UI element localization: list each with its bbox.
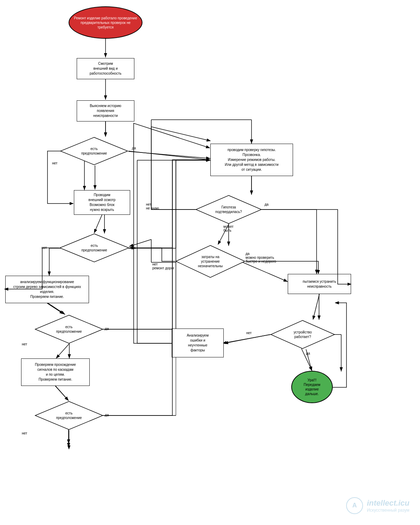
label-da7: да <box>105 413 109 417</box>
end-node: Ура!!!Передаемизделиедальше. <box>291 371 333 403</box>
diamond-costs-label: затраты наустранениенезначительны <box>198 255 223 268</box>
diamond-confirmed-label: Гипотезаподтвердилась? <box>215 205 242 214</box>
svg-line-53 <box>128 151 210 160</box>
diamond-hypothesis5-label: естьпредположение <box>56 325 82 334</box>
svg-line-55 <box>94 215 102 233</box>
rect-external: Проводимвнешний осмотрВозможно блокнужно… <box>74 190 130 215</box>
label-net7: нет <box>22 431 27 435</box>
svg-line-32 <box>222 335 271 343</box>
diamond-works-label: устройствоработает? <box>294 330 312 339</box>
rect-signals-label: Проверяем прохождениесигналов по каскада… <box>35 362 76 382</box>
svg-line-36 <box>55 386 69 401</box>
diamond-hypothesis5: естьпредположение <box>34 314 103 344</box>
svg-line-59 <box>56 344 69 358</box>
rect-look: Смотримвнешний вид иработоспособность <box>77 58 134 79</box>
label-da5: да <box>105 327 109 331</box>
diamond-hypothesis7-label: естьпредположение <box>56 411 82 420</box>
svg-line-57 <box>47 303 63 314</box>
label-net-neznayu: нетне знаю <box>146 202 159 210</box>
label-net5: нет <box>22 342 27 346</box>
rect-history: Выясняем историюпоявлениянеисправности <box>77 100 134 121</box>
diamond-works: устройствоработает? <box>270 320 335 349</box>
svg-line-25 <box>129 239 151 246</box>
rect-errors-label: Анализируемошибки инеучтенныефакторы <box>187 333 209 353</box>
label-da1: да <box>132 146 136 150</box>
rect-external-label: Проводимвнешний осмотрВозможно блокнужно… <box>89 193 116 212</box>
svg-line-58 <box>313 294 319 319</box>
watermark-subtext: Искусственный разум <box>367 508 409 513</box>
rect-analyze: анализируем функционированиестроим дерев… <box>5 276 89 303</box>
rect-fix-label: пытаемся устранитьнеисправность <box>303 279 336 289</box>
diamond-hypothesis3: естьпредположение <box>59 233 129 263</box>
end-label: Ура!!!Передаемизделиедальше. <box>304 378 320 396</box>
watermark-text: intellect.icu <box>367 499 409 508</box>
arrow-down-end <box>65 430 76 447</box>
rect-fix: пытаемся устранитьнеисправность <box>288 274 351 294</box>
diamond-hypothesis3-label: естьпредположение <box>81 243 107 252</box>
diamond-hypothesis1-label: естьпредположение <box>81 146 107 156</box>
label-da3: да <box>132 246 135 250</box>
start-label: Ремонт изделие работало проведение предв… <box>72 16 139 30</box>
rect-hypothesis-check-label: проводим проверку гипотезы.Прозвонка.Изм… <box>225 148 279 172</box>
diamond-hypothesis-confirmed: Гипотезаподтвердилась? <box>195 195 262 224</box>
label-da-cheap: даможно проверитьбыстро и недорого <box>246 252 276 263</box>
label-da6: да <box>306 351 310 355</box>
svg-line-4 <box>128 151 210 158</box>
svg-line-62 <box>55 386 68 400</box>
rect-look-label: Смотримвнешний вид иработоспособность <box>90 61 121 76</box>
svg-text:A: A <box>352 502 357 509</box>
svg-line-26 <box>47 303 65 314</box>
label-net6: нет <box>246 331 252 335</box>
label-net-repair: нетремонт дорог <box>152 262 174 270</box>
svg-line-60 <box>224 335 270 343</box>
rect-history-label: Выясняем историюпоявлениянеисправности <box>90 104 121 118</box>
diamond-costs: затраты наустранениенезначительны <box>175 245 246 278</box>
watermark: A intellect.icu Искусственный разум <box>346 497 409 514</box>
rect-analyze-label: анализируем функционированиестроим дерев… <box>13 280 81 299</box>
start-node: Ремонт изделие работало проведение предв… <box>69 6 142 39</box>
diamond-hypothesis7: естьпредположение <box>34 401 103 430</box>
label-net3: нет <box>42 246 47 250</box>
rect-signals: Проверяем прохождениесигналов по каскада… <box>21 358 90 386</box>
rect-errors: Анализируемошибки инеучтенныефакторы <box>172 329 224 357</box>
label-da2: да <box>265 202 268 206</box>
svg-line-22 <box>243 262 288 282</box>
label-net1: нет <box>52 161 57 165</box>
diamond-hypothesis1: естьпредположение <box>60 137 128 165</box>
flowchart: Ремонт изделие работало проведение предв… <box>0 0 420 525</box>
label-mojet: можетбыть <box>223 225 234 232</box>
rect-hypothesis-check: проводим проверку гипотезы.Прозвонка.Изм… <box>210 144 293 176</box>
watermark-logo-icon: A <box>346 497 363 514</box>
